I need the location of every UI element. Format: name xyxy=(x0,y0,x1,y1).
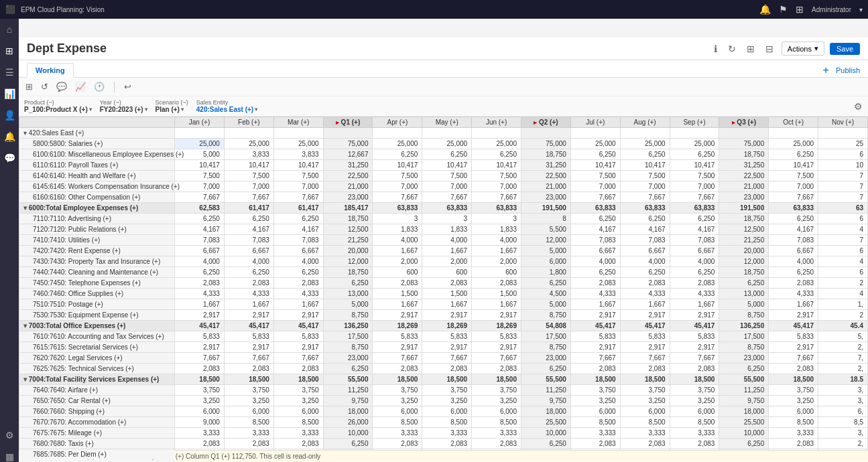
cell-r21-c11: 23,000 xyxy=(719,353,769,364)
collapse-icon[interactable]: ▾ xyxy=(23,204,29,212)
filter-product[interactable]: Product (~) P_100:Product X (+) ▾ xyxy=(24,99,92,113)
view-toggle-button[interactable]: ⊟ xyxy=(763,42,776,56)
admin-chevron[interactable]: ▾ xyxy=(859,6,863,13)
cell-r26-c9: 6,000 xyxy=(620,406,670,417)
history-toolbar-icon[interactable]: 🕐 xyxy=(92,80,106,93)
cell-r7-c8: 63,833 xyxy=(570,203,620,214)
cell-r2-c13: 6 xyxy=(818,149,868,160)
cell-r7-c2: 61,417 xyxy=(273,203,323,214)
cell-r1-c0[interactable]: 25,000 xyxy=(175,139,225,149)
cell-r12-c3: 12,000 xyxy=(323,256,373,267)
cell-r16-c6: 1,667 xyxy=(472,299,521,310)
cell-r9-c3: 12,500 xyxy=(323,224,373,235)
cell-r16-c10: 1,667 xyxy=(670,299,719,310)
alert-icon[interactable]: 🔔 xyxy=(4,131,15,142)
cell-r0-c11 xyxy=(719,128,769,139)
cell-r4-c2: 7,500 xyxy=(273,171,323,181)
row-label-6: 6160:6160: Other Compensation (+) xyxy=(19,192,175,203)
cell-r23-c6: 18,500 xyxy=(472,374,521,385)
tab-working[interactable]: Working xyxy=(27,63,74,78)
cell-r13-c12: 6,250 xyxy=(769,267,818,278)
cell-r9-c10: 4,167 xyxy=(670,224,719,235)
home-icon[interactable]: ⌂ xyxy=(7,24,12,35)
refresh-toolbar-icon[interactable]: ↺ xyxy=(40,80,50,93)
cell-r19-c11: 17,500 xyxy=(719,331,769,342)
cell-r29-c8: 2,083 xyxy=(570,439,620,449)
cell-r5-c9: 7,000 xyxy=(620,181,670,192)
cell-r28-c0: 3,333 xyxy=(175,428,225,439)
tiles-icon[interactable]: ▦ xyxy=(5,451,14,462)
col-header-11: ▸ Q3 (+) xyxy=(719,117,769,128)
undo-toolbar-icon[interactable]: ↩ xyxy=(123,80,133,93)
table-row: 7610:7610: Accounting and Tax Services (… xyxy=(19,331,868,342)
list-icon[interactable]: ☰ xyxy=(5,67,14,78)
cell-r2-c6: 6,250 xyxy=(472,149,521,160)
table-row: 7670:7670: Accommodation (+)9,0008,5008,… xyxy=(19,417,868,428)
cell-r0-c6 xyxy=(472,128,521,139)
cell-r2-c8: 6,250 xyxy=(570,149,620,160)
grid-icon[interactable]: ⊞ xyxy=(5,46,13,56)
cell-r9-c13: 4 xyxy=(818,224,868,235)
apps-icon[interactable]: ⊞ xyxy=(796,4,804,15)
table-row: 6100:6100: Miscellaneous Employee Expens… xyxy=(19,149,868,160)
cell-r15-c13: 4 xyxy=(818,289,868,299)
cell-r19-c4: 5,833 xyxy=(373,331,422,342)
people-icon[interactable]: 👤 xyxy=(4,110,15,121)
refresh-button[interactable]: ↻ xyxy=(725,42,739,56)
cell-r1-c10: 25,000 xyxy=(670,139,719,149)
cell-r19-c6: 5,833 xyxy=(472,331,521,342)
info-button[interactable]: ℹ xyxy=(711,42,720,56)
spreadsheet[interactable]: Jan (+)Feb (+)Mar (+)▸ Q1 (+)Apr (+)May … xyxy=(19,117,868,462)
cell-r15-c0: 4,333 xyxy=(175,289,225,299)
actions-button[interactable]: Actions ▾ xyxy=(782,42,824,56)
cell-r4-c4: 7,500 xyxy=(373,171,422,181)
collapse-icon[interactable]: ▾ xyxy=(23,129,29,137)
cell-r16-c4: 1,667 xyxy=(373,299,422,310)
settings-nav-icon[interactable]: ⚙ xyxy=(5,430,14,441)
filter-sales-entity[interactable]: Sales Entity 420:Sales East (+) ▾ xyxy=(196,99,257,113)
message-icon[interactable]: 💬 xyxy=(4,153,15,163)
chart-icon[interactable]: 📊 xyxy=(4,88,15,99)
bell-icon[interactable]: 🔔 xyxy=(759,4,771,15)
table-row: ▾ 420:Sales East (+) xyxy=(19,128,868,139)
collapse-icon[interactable]: ▾ xyxy=(23,322,29,329)
comment-toolbar-icon[interactable]: 💬 xyxy=(55,80,68,93)
cell-r22-c0: 2,083 xyxy=(175,364,225,374)
cell-r5-c3: 21,000 xyxy=(323,181,373,192)
grid-toolbar-icon[interactable]: ⊞ xyxy=(24,80,34,93)
cell-r8-c3: 18,750 xyxy=(323,214,373,224)
publish-button[interactable]: Publish xyxy=(836,66,860,74)
add-tab-button[interactable]: + xyxy=(819,64,833,76)
cell-r10-c13: 7 xyxy=(818,235,868,246)
cell-r28-c13: 3, xyxy=(818,428,868,439)
save-button[interactable]: Save xyxy=(830,43,860,55)
cell-r25-c11: 9,750 xyxy=(719,396,769,406)
filter-year[interactable]: Year (~) FY20:2023 (+) ▾ xyxy=(100,99,147,113)
cell-r5-c5: 7,000 xyxy=(422,181,472,192)
cell-r19-c7: 17,500 xyxy=(521,331,571,342)
cell-r3-c8: 10,417 xyxy=(570,160,620,171)
cell-r14-c12: 2,083 xyxy=(769,278,818,289)
chart-toolbar-icon[interactable]: 📈 xyxy=(74,80,87,93)
cell-r8-c4: 3 xyxy=(373,214,422,224)
cell-r12-c8: 4,000 xyxy=(570,256,620,267)
cell-r24-c13: 3, xyxy=(818,385,868,396)
collapse-icon[interactable]: ▾ xyxy=(23,376,29,383)
cell-r27-c11: 25,500 xyxy=(719,417,769,428)
cell-r19-c3: 17,500 xyxy=(323,331,373,342)
layout-button[interactable]: ⊞ xyxy=(744,42,757,56)
grid-settings-icon[interactable]: ⚙ xyxy=(854,101,863,112)
filter-scenario[interactable]: Scenario (~) Plan (+) ▾ xyxy=(156,99,188,113)
cell-r22-c1: 2,083 xyxy=(224,364,273,374)
row-label-20: 7615:7615: Secretarial Services (+) xyxy=(19,342,175,353)
cell-r25-c8: 3,250 xyxy=(570,396,620,406)
cell-r21-c3: 23,000 xyxy=(323,353,373,364)
cell-r18-c2: 45,417 xyxy=(273,321,323,331)
cell-r27-c2: 8,500 xyxy=(273,417,323,428)
cell-r25-c6: 3,250 xyxy=(472,396,521,406)
table-row: ▾ 6000:Total Employee Expenses (+)62,583… xyxy=(19,203,868,214)
admin-label[interactable]: Administrator xyxy=(812,6,851,13)
cell-r6-c5: 7,667 xyxy=(422,192,472,203)
flag-icon[interactable]: ⚑ xyxy=(779,4,788,15)
col-header-10: Sep (+) xyxy=(670,117,719,128)
